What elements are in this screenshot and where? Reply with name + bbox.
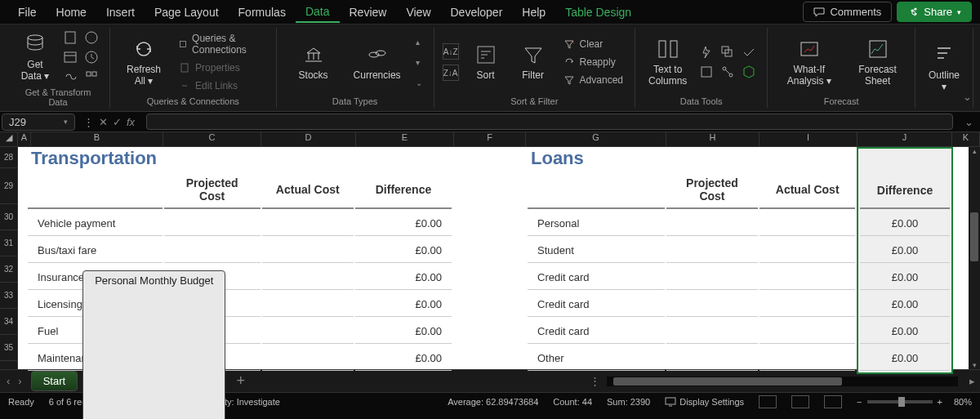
row-31[interactable]: 31 [0, 230, 17, 256]
table-row[interactable]: Personal [528, 211, 855, 236]
table-row[interactable]: Credit card [528, 319, 855, 344]
row-33[interactable]: 33 [0, 283, 17, 309]
zoom-knob[interactable] [898, 397, 905, 407]
tab-review[interactable]: Review [340, 2, 397, 22]
expand-icon[interactable]: ⌄ [416, 78, 422, 87]
tab-insert[interactable]: Insert [96, 2, 145, 22]
display-settings-button[interactable]: Display Settings [665, 397, 744, 407]
table-row[interactable]: Bus/taxi fare£0.00 [28, 238, 452, 263]
flash-fill-button[interactable] [698, 44, 715, 60]
sheet-tab-budget[interactable]: Personal Monthly Budget [82, 270, 225, 420]
outline-button[interactable]: Outline▾ [924, 40, 964, 96]
tab-help[interactable]: Help [512, 2, 555, 22]
scroll-up-icon[interactable]: ▴ [416, 38, 422, 47]
edit-links-button[interactable]: Edit Links [176, 78, 268, 93]
forecast-sheet-button[interactable]: Forecast Sheet [849, 34, 906, 91]
consolidate-button[interactable] [698, 64, 715, 80]
page-layout-view-button[interactable] [791, 395, 809, 408]
from-text-button[interactable] [62, 29, 78, 46]
queries-connections-button[interactable]: Queries & Connections [176, 31, 268, 57]
tab-developer[interactable]: Developer [441, 2, 513, 22]
col-I[interactable]: I [760, 132, 858, 146]
fx-icon[interactable]: fx [127, 116, 135, 128]
text-to-columns-button[interactable]: Text to Columns [644, 34, 692, 91]
row-34[interactable]: 34 [0, 309, 17, 335]
row-30[interactable]: 30 [0, 204, 17, 230]
data-model-button[interactable] [741, 64, 757, 80]
tab-view[interactable]: View [396, 2, 440, 22]
table-row[interactable]: Credit card [528, 292, 855, 317]
properties-button[interactable]: Properties [176, 60, 268, 75]
clear-filter-button[interactable]: Clear [560, 37, 626, 51]
col-D[interactable]: D [261, 132, 356, 146]
tab-table-design[interactable]: Table Design [555, 2, 641, 22]
col-G[interactable]: G [526, 132, 666, 146]
sheet-options-button[interactable]: ⋮ [583, 375, 607, 387]
hscroll-thumb[interactable] [613, 377, 842, 386]
col-B[interactable]: B [31, 132, 163, 146]
remove-duplicates-button[interactable] [719, 44, 736, 60]
tab-home[interactable]: Home [47, 2, 96, 22]
select-all-button[interactable]: ◢ [0, 132, 18, 146]
stocks-button[interactable]: Stocks [285, 40, 342, 84]
scroll-thumb[interactable] [970, 212, 978, 261]
more-sources-button[interactable] [83, 69, 100, 85]
row-32[interactable]: 32 [0, 256, 17, 283]
share-button[interactable]: Share ▾ [897, 2, 972, 22]
filter-button[interactable]: Filter [513, 40, 554, 84]
enter-formula-icon[interactable]: ✓ [113, 116, 122, 128]
col-A[interactable]: A [18, 132, 31, 146]
scroll-down-icon[interactable]: ▾ [969, 361, 980, 369]
get-data-button[interactable]: Get Data ▾ [15, 29, 56, 86]
col-H[interactable]: H [666, 132, 760, 146]
table-row[interactable]: Vehicle payment£0.00 [28, 211, 452, 236]
recent-sources-button[interactable] [83, 49, 100, 65]
from-table-button[interactable] [62, 49, 78, 65]
tab-file[interactable]: File [8, 2, 47, 22]
sort-button[interactable]: Sort [466, 40, 506, 84]
prev-sheet-button[interactable]: ‹ [7, 375, 10, 387]
row-28[interactable]: 28 [0, 147, 17, 168]
col-E[interactable]: E [356, 132, 454, 146]
scroll-down-icon[interactable]: ▾ [416, 58, 422, 67]
relationships-button[interactable] [719, 64, 736, 80]
whatif-button[interactable]: What-If Analysis ▾ [776, 34, 842, 91]
hscroll-right-icon[interactable]: ▸ [964, 375, 980, 387]
sort-za-button[interactable]: Z↓A [443, 65, 459, 81]
tab-data[interactable]: Data [296, 2, 340, 23]
expand-formula-icon[interactable]: ⌄ [958, 116, 980, 128]
advanced-filter-button[interactable]: Advanced [560, 73, 626, 87]
tab-page-layout[interactable]: Page Layout [145, 2, 229, 22]
refresh-all-button[interactable]: Refresh All ▾ [118, 34, 169, 91]
tab-formulas[interactable]: Formulas [229, 2, 296, 22]
cancel-formula-icon[interactable]: ✕ [99, 116, 108, 128]
normal-view-button[interactable] [759, 395, 777, 408]
existing-connections-button[interactable] [62, 69, 78, 85]
zoom-out-button[interactable]: − [857, 397, 862, 407]
table-row[interactable]: Credit card [528, 265, 855, 290]
page-break-view-button[interactable] [824, 395, 842, 408]
table-row[interactable]: Student [528, 238, 855, 263]
comments-button[interactable]: Comments [803, 2, 892, 22]
next-sheet-button[interactable]: › [18, 375, 21, 387]
zoom-slider[interactable] [867, 400, 933, 403]
row-35[interactable]: 35 [0, 335, 17, 361]
new-sheet-button[interactable]: + [228, 372, 253, 390]
scroll-up-icon[interactable]: ▴ [969, 147, 980, 155]
sort-az-button[interactable]: A↓Z [443, 43, 459, 60]
sheet-tab-start[interactable]: Start [31, 371, 78, 391]
ribbon-collapse-button[interactable]: ⌄ [963, 91, 972, 103]
table-row[interactable]: Other [528, 345, 855, 371]
col-K[interactable]: K [952, 132, 980, 146]
from-web-button[interactable] [83, 29, 100, 46]
row-29[interactable]: 29 [0, 168, 17, 204]
dropdown-separator-icon[interactable]: ⋮ [83, 116, 94, 128]
col-C[interactable]: C [163, 132, 261, 146]
name-box[interactable]: J29 ▾ [2, 114, 75, 131]
vertical-scrollbar[interactable]: ▴ ▾ [969, 147, 980, 369]
reapply-button[interactable]: Reapply [560, 55, 626, 69]
zoom-in-button[interactable]: + [938, 397, 942, 407]
data-validation-button[interactable] [741, 44, 757, 60]
col-J[interactable]: J [858, 132, 952, 146]
currencies-button[interactable]: Currencies [349, 40, 406, 84]
